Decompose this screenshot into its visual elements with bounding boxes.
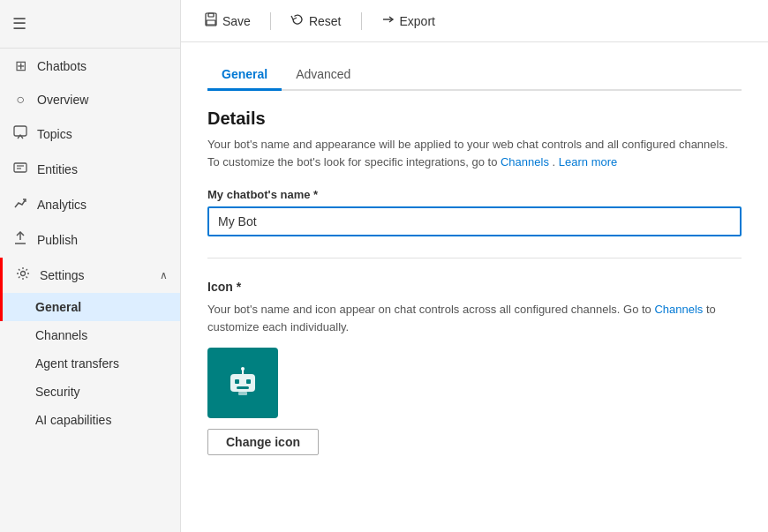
sidebar-header: ☰ (0, 0, 180, 49)
toolbar-divider (270, 12, 271, 30)
channels-link-icon[interactable]: Channels (654, 303, 703, 316)
content-area: General Advanced Details Your bot's name… (181, 42, 768, 532)
entities-icon (12, 161, 28, 178)
sub-nav-item-ai-capabilities[interactable]: AI capabilities (0, 406, 180, 434)
sub-nav-item-security[interactable]: Security (0, 378, 180, 406)
bot-icon-svg (223, 363, 262, 402)
channels-link-details[interactable]: Channels (501, 155, 549, 169)
export-icon (381, 12, 395, 29)
toolbar-divider-2 (361, 12, 362, 30)
main-content: Save Reset Export (181, 0, 768, 532)
chatbot-name-input[interactable] (207, 206, 742, 236)
topics-icon (12, 125, 28, 143)
sidebar-item-settings[interactable]: Settings ∧ (0, 258, 180, 293)
svg-rect-7 (206, 13, 216, 26)
section-title: Details (207, 109, 742, 129)
sidebar-item-topics[interactable]: Topics (0, 116, 180, 152)
change-icon-button[interactable]: Change icon (207, 429, 319, 455)
export-button[interactable]: Export (376, 9, 440, 33)
overview-icon: ○ (12, 92, 28, 108)
save-icon (204, 12, 218, 29)
settings-icon (15, 266, 31, 284)
reset-button[interactable]: Reset (285, 9, 347, 33)
svg-rect-13 (246, 379, 251, 384)
analytics-icon (12, 196, 28, 214)
sidebar: ☰ ⊞ Chatbots ○ Overview Topics Entities (0, 0, 181, 532)
svg-rect-14 (237, 386, 249, 389)
toolbar: Save Reset Export (181, 0, 768, 42)
svg-rect-12 (235, 379, 239, 384)
save-button[interactable]: Save (199, 9, 256, 33)
sub-nav-item-agent-transfers[interactable]: Agent transfers (0, 349, 180, 378)
sidebar-item-analytics[interactable]: Analytics (0, 187, 180, 222)
svg-point-6 (21, 272, 26, 276)
chevron-up-icon: ∧ (160, 269, 168, 281)
sub-nav-item-general[interactable]: General (0, 293, 180, 321)
sidebar-item-chatbots[interactable]: ⊞ Chatbots (0, 49, 180, 83)
svg-rect-1 (14, 163, 26, 172)
settings-sub-nav: General Channels Agent transfers Securit… (0, 293, 180, 434)
section-divider (207, 258, 742, 259)
svg-rect-17 (238, 392, 247, 395)
publish-icon (12, 231, 28, 249)
svg-rect-9 (207, 20, 215, 25)
sidebar-item-overview[interactable]: ○ Overview (0, 83, 180, 116)
tab-bar: General Advanced (207, 60, 742, 91)
name-field-label: My chatbot's name * (207, 188, 742, 201)
bot-icon-preview (207, 348, 278, 418)
icon-section-description: Your bot's name and icon appear on chat … (207, 301, 742, 335)
reset-icon (290, 12, 305, 29)
sidebar-item-publish[interactable]: Publish (0, 222, 180, 258)
chatbots-icon: ⊞ (12, 57, 28, 74)
hamburger-icon[interactable]: ☰ (12, 15, 26, 33)
svg-point-16 (241, 367, 245, 371)
learn-more-link[interactable]: Learn more (559, 155, 617, 169)
tab-advanced[interactable]: Advanced (282, 60, 365, 91)
sub-nav-item-channels[interactable]: Channels (0, 321, 180, 349)
icon-section-label: Icon * (207, 280, 742, 294)
tab-general[interactable]: General (207, 60, 282, 91)
svg-rect-8 (208, 13, 214, 17)
section-description: Your bot's name and appearance will be a… (207, 136, 742, 170)
sidebar-item-entities[interactable]: Entities (0, 152, 180, 187)
